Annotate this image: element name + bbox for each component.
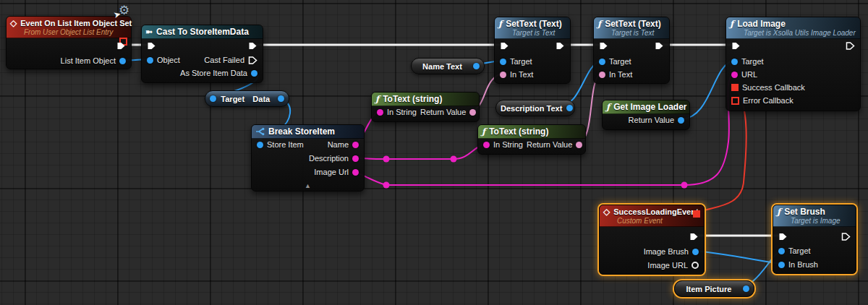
delegate-output-pin[interactable] [693, 210, 700, 218]
exec-output-pin[interactable] [116, 41, 126, 51]
node-get-name-text[interactable]: Name Text [411, 58, 485, 74]
node-load-image[interactable]: ƒ Load Image Target is Xsolla Utils Imag… [726, 17, 861, 111]
node-header[interactable]: ƒ SetText (Text) Target is Text [495, 17, 570, 39]
description-output-pin[interactable] [352, 155, 359, 162]
pin-label: In Text [609, 70, 632, 79]
node-subtitle: Target is Text [512, 29, 564, 37]
pin-label: Description [309, 154, 349, 163]
pin-label: Target [609, 57, 631, 66]
node-settext-description[interactable]: ƒ SetText (Text) Target is Text Target I… [593, 17, 670, 84]
exec-output-pin[interactable] [689, 232, 699, 241]
image-url-output-pin[interactable] [692, 262, 699, 269]
error-callback-delegate-pin[interactable] [731, 97, 739, 105]
pin-label: Store Item [267, 140, 304, 149]
target-input-pin[interactable] [210, 95, 216, 102]
node-get-item-picture[interactable]: Item Picture [674, 280, 754, 297]
store-item-input-pin[interactable] [257, 142, 263, 148]
node-subtitle: Custom Event [617, 217, 698, 225]
node-event-on-list-item-object-set[interactable]: ◇ Event On List Item Object Set From Use… [6, 16, 132, 69]
item-picture-output-pin[interactable] [743, 285, 749, 292]
object-input-pin[interactable] [147, 57, 153, 64]
in-text-input-pin[interactable] [500, 72, 506, 78]
description-text-output-pin[interactable] [566, 105, 573, 111]
return-value-output-pin[interactable] [576, 142, 582, 148]
exec-input-pin[interactable] [147, 41, 156, 51]
function-icon: ƒ [730, 19, 733, 29]
node-header[interactable]: ƒ SetText (Text) Target is Text [594, 17, 669, 39]
image-url-output-pin[interactable] [352, 169, 359, 176]
variable-label: Name Text [416, 62, 469, 71]
node-totext-description[interactable]: ƒ ToText (string) In String Return Value [477, 124, 586, 155]
exec-input-pin[interactable] [778, 232, 788, 241]
in-brush-input-pin[interactable] [778, 262, 785, 268]
node-title: Get Image Loader [613, 102, 686, 112]
node-break-storeitem[interactable]: Break StoreItem Store Item Name Descript… [251, 124, 365, 192]
exec-output-pin[interactable] [841, 232, 851, 241]
image-brush-output-pin[interactable] [692, 249, 699, 255]
pin-label: Target [221, 95, 245, 103]
node-cast-to-storeitemdata[interactable]: ➼ Cast To StoreItemData Object Cast Fail… [141, 25, 263, 83]
node-header[interactable]: ƒ ToText (string) [478, 125, 585, 139]
pin-label: In Text [510, 70, 533, 79]
node-settext-name[interactable]: ƒ SetText (Text) Target is Text Target I… [494, 17, 571, 84]
exec-output-pin[interactable] [655, 41, 664, 51]
blueprint-graph-canvas[interactable]: ⚙ ➤ ◇ Event On List Item Object Set From… [0, 0, 868, 305]
target-input-pin[interactable] [731, 59, 738, 65]
in-string-input-pin[interactable] [377, 109, 383, 116]
pin-label: Image URL [647, 261, 688, 270]
exec-output-pin[interactable] [556, 41, 565, 51]
name-text-output-pin[interactable] [473, 63, 480, 69]
wire-image-brush-to-in-brush [697, 251, 780, 264]
node-header[interactable]: ➼ Cast To StoreItemData [142, 25, 263, 39]
exec-input-pin[interactable] [599, 41, 608, 51]
node-header[interactable]: ƒ ToText (string) [372, 93, 479, 106]
data-output-pin[interactable] [278, 95, 284, 102]
node-title: ToText (string) [383, 94, 442, 104]
node-header[interactable]: ƒ Load Image Target is Xsolla Utils Imag… [726, 17, 860, 39]
collapse-node-arrow[interactable]: ▲ [252, 182, 364, 189]
list-item-object-output-pin[interactable] [119, 58, 126, 64]
pin-label: In Brush [788, 260, 818, 269]
node-header[interactable]: Break StoreItem [252, 125, 364, 139]
success-callback-delegate-pin[interactable] [731, 84, 739, 91]
function-icon: ƒ [482, 126, 485, 137]
cast-failed-exec-pin[interactable] [248, 56, 258, 65]
pin-label: Data [250, 95, 274, 103]
node-title: ToText (string) [489, 126, 548, 137]
exec-output-pin[interactable] [846, 41, 855, 51]
pin-label: Target [741, 57, 764, 66]
blueprint-node-watermark-icon: ⚙ ➤ [113, 3, 135, 22]
node-title: Load Image [737, 19, 786, 29]
node-header[interactable]: ƒ Set Brush Target is Image [773, 205, 856, 227]
pin-label: Return Value [420, 108, 466, 116]
url-input-pin[interactable] [731, 72, 738, 78]
exec-input-pin[interactable] [731, 41, 741, 51]
node-header[interactable]: ◇ SuccessLoadingEvent Custom Event [600, 205, 704, 227]
node-get-description-text[interactable]: Description Text [495, 100, 575, 116]
pin-label: Return Value [527, 140, 572, 149]
node-totext-name[interactable]: ƒ ToText (string) In String Return Value [371, 92, 480, 122]
exec-output-pin[interactable] [248, 41, 258, 51]
node-set-brush[interactable]: ƒ Set Brush Target is Image Target In Br… [773, 205, 856, 274]
in-string-input-pin[interactable] [483, 142, 490, 148]
reroute-knots[interactable] [383, 156, 688, 189]
pin-label: Object [157, 56, 180, 64]
as-store-item-data-output-pin[interactable] [251, 70, 258, 77]
return-value-output-pin[interactable] [678, 117, 684, 124]
return-value-output-pin[interactable] [469, 109, 476, 116]
exec-input-pin[interactable] [500, 41, 509, 51]
function-icon: ƒ [498, 19, 502, 29]
target-input-pin[interactable] [778, 248, 785, 254]
node-success-loading-event[interactable]: ◇ SuccessLoadingEvent Custom Event Image… [599, 205, 705, 275]
name-output-pin[interactable] [352, 142, 359, 148]
in-text-input-pin[interactable] [599, 72, 605, 78]
node-title: Set Brush [784, 207, 825, 217]
target-input-pin[interactable] [599, 59, 605, 65]
target-input-pin[interactable] [500, 59, 506, 65]
node-title: Break StoreItem [268, 126, 335, 137]
pin-label: In String [493, 140, 523, 149]
node-title: SetText (Text) [506, 19, 562, 29]
node-header[interactable]: ƒ Get Image Loader [603, 100, 689, 114]
node-get-data[interactable]: Target Data [205, 90, 289, 107]
node-get-image-loader[interactable]: ƒ Get Image Loader Return Value [602, 100, 690, 130]
